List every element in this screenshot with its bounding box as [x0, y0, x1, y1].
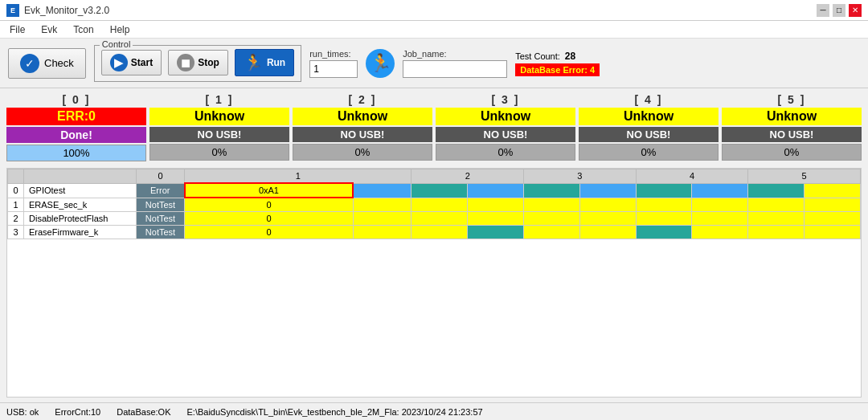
status-bar: USB: ok ErrorCnt:10 DataBase:OK E:\Baidu…	[0, 402, 868, 420]
test-count-section: Test Count: 28 DataBase Error: 4	[515, 51, 600, 76]
menu-file[interactable]: File	[6, 22, 28, 37]
app-title: Evk_Monitor_v3.2.0	[24, 5, 109, 16]
slot-4: [ 4 ] Unknow NO USB! 0%	[579, 93, 719, 161]
job-name-input[interactable]	[403, 60, 507, 78]
slot-4-substatus: NO USB!	[579, 127, 719, 142]
row-1-col1a	[353, 198, 411, 212]
row-0-col2b	[524, 183, 580, 198]
slot-0-substatus: Done!	[6, 127, 146, 143]
row-1-status: NotTest	[137, 198, 185, 212]
title-bar: E Evk_Monitor_v3.2.0 ─ □ ✕	[0, 0, 868, 21]
stop-label: Stop	[198, 57, 219, 68]
slot-5-status: Unknow	[722, 108, 862, 125]
job-name-label: Job_name:	[403, 49, 507, 59]
minimize-button[interactable]: ─	[817, 4, 829, 17]
row-2-col4a	[692, 212, 748, 226]
slot-1-index: [ 1 ]	[206, 93, 234, 106]
test-table: 0 1 2 3 4 5 0 GPIOtest Error 0xA1	[6, 168, 862, 398]
row-1-col3b	[636, 198, 692, 212]
row-3-col4a	[692, 226, 748, 239]
slot-3: [ 3 ] Unknow NO USB! 0%	[436, 93, 575, 161]
start-icon: ▶	[110, 54, 128, 71]
row-0-col4a	[692, 183, 748, 198]
col-header-2: 2	[411, 169, 524, 184]
slot-5-index: [ 5 ]	[778, 93, 806, 106]
col-header-5: 5	[748, 169, 861, 184]
row-3-name: EraseFirmware_k	[24, 226, 137, 239]
title-bar-controls: ─ □ ✕	[817, 4, 862, 17]
row-3-col4b	[748, 226, 805, 239]
row-1-col4a	[692, 198, 748, 212]
row-0-col2a	[468, 183, 524, 198]
slot-2-index: [ 2 ]	[349, 93, 377, 106]
start-button[interactable]: ▶ Start	[101, 50, 162, 75]
row-2-status: NotTest	[137, 212, 185, 226]
test-count-value: 28	[565, 51, 575, 62]
row-3-status: NotTest	[137, 226, 185, 239]
row-0-num: 0	[8, 183, 24, 198]
menu-bar: File Evk Tcon Help	[0, 21, 868, 39]
col-header-4: 4	[636, 169, 748, 184]
slot-3-progress: 0%	[436, 144, 575, 161]
control-label: Control	[100, 39, 133, 49]
row-0-col5a	[805, 183, 861, 198]
close-button[interactable]: ✕	[849, 4, 862, 17]
status-usb: USB: ok	[6, 407, 39, 417]
slot-0: [ 0 ] ERR:0 Done! 100%	[6, 93, 146, 161]
row-0-col1b	[411, 183, 468, 198]
col-header-rownum	[8, 169, 24, 184]
row-0-name: GPIOtest	[24, 183, 137, 198]
run-animated-icon[interactable]: 🏃	[366, 49, 395, 78]
app-icon: E	[6, 4, 19, 17]
row-1-num: 1	[8, 198, 24, 212]
slot-3-status: Unknow	[436, 108, 575, 125]
run-button[interactable]: 🏃 Run	[235, 49, 294, 76]
maximize-button[interactable]: □	[833, 4, 845, 17]
row-2-col3b	[636, 212, 692, 226]
slot-2-status: Unknow	[293, 108, 432, 125]
slot-2-progress: 0%	[293, 144, 432, 161]
slots-row: [ 0 ] ERR:0 Done! 100% [ 1 ] Unknow NO U…	[6, 93, 862, 161]
row-1-col4b	[748, 198, 805, 212]
col-header-3: 3	[524, 169, 637, 184]
slot-5: [ 5 ] Unknow NO USB! 0%	[722, 93, 862, 161]
menu-help[interactable]: Help	[107, 22, 133, 37]
row-2-col4b	[748, 212, 805, 226]
row-3-col3b	[636, 226, 692, 239]
row-3-col1a	[353, 226, 411, 239]
slot-4-status: Unknow	[579, 108, 719, 125]
menu-evk[interactable]: Evk	[38, 22, 60, 37]
row-1-col5a	[805, 198, 861, 212]
run-times-section: run_times:	[309, 49, 358, 78]
row-0-val: 0xA1	[185, 183, 354, 198]
slot-5-substatus: NO USB!	[722, 127, 862, 142]
slot-1-status: Unknow	[149, 108, 289, 125]
main-content: [ 0 ] ERR:0 Done! 100% [ 1 ] Unknow NO U…	[0, 88, 868, 402]
slot-2: [ 2 ] Unknow NO USB! 0%	[293, 93, 432, 161]
row-1-col2a	[468, 198, 524, 212]
check-icon: ✓	[20, 54, 39, 73]
row-2-col5a	[805, 212, 861, 226]
menu-tcon[interactable]: Tcon	[70, 22, 96, 37]
col-header-1: 1	[185, 169, 411, 184]
row-1-col1b	[411, 198, 468, 212]
slot-5-progress: 0%	[722, 144, 862, 161]
row-3-col1b	[411, 226, 468, 239]
stop-button[interactable]: ◼ Stop	[168, 50, 228, 75]
job-name-section: Job_name:	[403, 49, 507, 78]
status-path: E:\BaiduSyncdisk\TL_bin\Evk_testbench_bl…	[186, 407, 482, 417]
run-times-input[interactable]	[309, 60, 358, 78]
slot-3-substatus: NO USB!	[436, 127, 575, 142]
table-row: 0 GPIOtest Error 0xA1	[8, 183, 861, 198]
slot-1: [ 1 ] Unknow NO USB! 0%	[149, 93, 289, 161]
row-0-col3a	[579, 183, 636, 198]
db-error-badge: DataBase Error: 4	[515, 63, 600, 76]
table-row: 1 ERASE_sec_k NotTest 0	[8, 198, 861, 212]
row-3-col2b	[524, 226, 580, 239]
col-header-name	[24, 169, 137, 184]
row-3-col3a	[579, 226, 636, 239]
slot-4-progress: 0%	[579, 144, 719, 161]
slot-1-progress: 0%	[149, 144, 289, 161]
slot-4-index: [ 4 ]	[635, 93, 663, 106]
check-button[interactable]: ✓ Check	[8, 48, 86, 79]
